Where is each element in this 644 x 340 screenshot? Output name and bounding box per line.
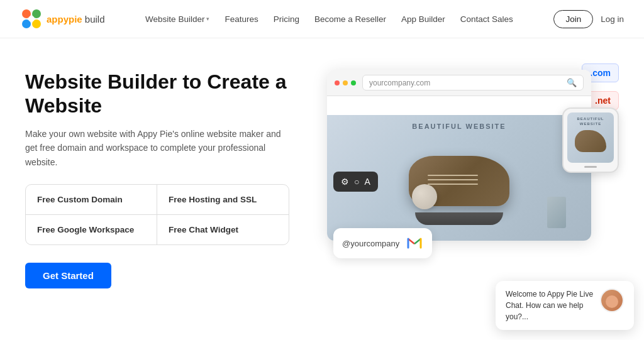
hero-title: Website Builder to Create a Website — [25, 70, 289, 118]
feature-grid: Free Custom Domain Free Hosting and SSL … — [25, 184, 289, 245]
beautiful-website-text: BEAUTIFUL WEBSITE — [412, 123, 506, 130]
phone-mockup: BEAUTIFUL WEBSITE — [562, 107, 619, 173]
shoe-graphic — [402, 143, 516, 225]
get-started-button[interactable]: Get Started — [25, 263, 111, 288]
login-button[interactable]: Log in — [601, 14, 624, 24]
hero-subtitle: Make your own website with Appy Pie's on… — [25, 127, 289, 169]
feature-hosting-ssl: Free Hosting and SSL — [157, 185, 289, 215]
nav-features[interactable]: Features — [225, 14, 258, 24]
chat-avatar — [600, 288, 624, 312]
logo-icon — [20, 8, 43, 30]
join-button[interactable]: Join — [553, 10, 593, 28]
email-handle: @yourcompany — [342, 239, 399, 248]
dot-green — [351, 80, 356, 85]
hero-left: Website Builder to Create a Website Make… — [25, 63, 289, 288]
chat-content: Welcome to Appy Pie Live Chat. How can w… — [506, 288, 594, 322]
lace-1 — [428, 175, 478, 176]
browser-url-bar[interactable]: yourcompany.com 🔍 — [362, 75, 584, 90]
chevron-down-icon: ▾ — [206, 16, 209, 22]
search-icon: 🔍 — [567, 78, 577, 87]
phone-home-button — [584, 166, 597, 168]
decorative-sphere — [412, 184, 437, 209]
svg-point-4 — [28, 16, 35, 22]
feature-chat-widget: Free Chat Widget — [157, 215, 289, 244]
lace-2 — [428, 179, 478, 180]
browser-mockup: yourcompany.com 🔍 BEAUTIFUL WEBSITE — [327, 70, 591, 241]
dot-red — [335, 80, 340, 85]
nav-contact[interactable]: Contact Sales — [460, 14, 513, 24]
navbar-actions: Join Log in — [553, 10, 624, 28]
phone-screen-text: BEAUTIFUL WEBSITE — [567, 116, 614, 127]
chat-message: Welcome to Appy Pie Live Chat. How can w… — [506, 288, 594, 322]
circle-icon[interactable]: ○ — [354, 177, 359, 187]
email-badge: @yourcompany — [333, 228, 432, 258]
settings-bar: ⚙ ○ A — [333, 172, 378, 192]
shoe-sole — [415, 212, 503, 225]
feature-custom-domain: Free Custom Domain — [26, 185, 157, 215]
logo-area: appypie build — [20, 8, 105, 30]
shoe-laces — [428, 175, 478, 188]
text-icon[interactable]: A — [364, 177, 370, 187]
gmail-icon — [406, 234, 423, 252]
nav-pricing[interactable]: Pricing — [274, 14, 299, 24]
gear-icon[interactable]: ⚙ — [341, 177, 349, 187]
avatar-face — [601, 290, 623, 311]
feature-google-workspace: Free Google Workspace — [26, 215, 157, 244]
avatar-inner — [606, 295, 618, 308]
dot-yellow — [343, 80, 348, 85]
navbar-nav: Website Builder ▾ Features Pricing Becom… — [145, 14, 513, 24]
lace-3 — [428, 184, 478, 185]
url-text: yourcompany.com — [369, 79, 430, 87]
decorative-block — [547, 197, 566, 228]
nav-website-builder[interactable]: Website Builder ▾ — [145, 14, 209, 24]
logo-text: appypie build — [47, 14, 105, 25]
navbar: appypie build Website Builder ▾ Features… — [0, 0, 644, 38]
phone-screen: BEAUTIFUL WEBSITE — [567, 112, 614, 163]
browser-dots — [335, 80, 356, 85]
nav-reseller[interactable]: Become a Reseller — [314, 14, 386, 24]
browser-bar: yourcompany.com 🔍 — [327, 70, 591, 96]
chat-widget[interactable]: Welcome to Appy Pie Live Chat. How can w… — [496, 281, 634, 330]
browser-content: BEAUTIFUL WEBSITE — [327, 96, 591, 241]
nav-app-builder[interactable]: App Builder — [401, 14, 445, 24]
phone-shoe-graphic — [575, 130, 606, 152]
